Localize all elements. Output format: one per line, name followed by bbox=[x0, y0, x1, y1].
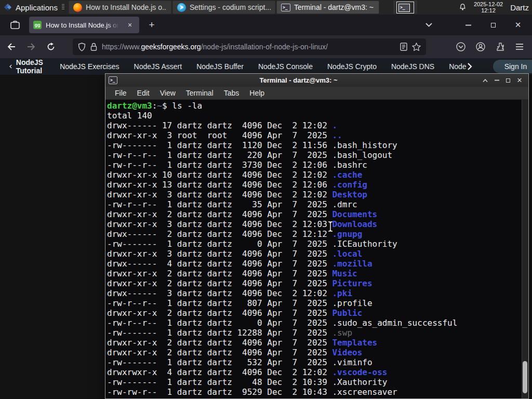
terminal-content[interactable]: dartz@vm3:~$ ls -latotal 140drwx------ 1… bbox=[105, 100, 528, 398]
terminal-output-line: drwx------ 3 dartz dartz 4096 Dec 2 12:0… bbox=[107, 288, 521, 298]
terminal-output-line: drwxr-xr-x 2 dartz dartz 4096 Apr 7 2025… bbox=[107, 348, 521, 357]
file-name: Documents bbox=[332, 209, 377, 219]
nav-back-item[interactable]: NodeJS Tutorial bbox=[9, 58, 45, 75]
terminal-output-line: drwxr-xr-x 3 dartz dartz 4096 Apr 7 2025… bbox=[107, 249, 521, 259]
bookmark-star-icon[interactable] bbox=[412, 43, 421, 51]
terminal-output-line: drwx------ 17 dartz dartz 4096 Dec 2 12:… bbox=[107, 121, 521, 130]
browser-tab[interactable]: gg How to Install Node.js on × bbox=[29, 17, 139, 33]
file-name: .Xauthority bbox=[332, 377, 387, 387]
file-name: .mozilla bbox=[332, 259, 372, 269]
clock-time: 12:12 bbox=[474, 7, 503, 14]
new-tab-button[interactable]: + bbox=[144, 18, 159, 32]
terminal-scrollbar[interactable] bbox=[522, 100, 528, 398]
window-button-label: Terminal - dartz@vm3: ~ bbox=[294, 3, 374, 11]
nav-item-2[interactable]: NodeJS Assert bbox=[134, 62, 182, 71]
terminal-shade-button[interactable] bbox=[480, 75, 491, 86]
url-text[interactable]: https://www.geeksforgeeks.org/node-js/in… bbox=[102, 43, 395, 51]
nav-item-5[interactable]: NodeJS Crypto bbox=[327, 62, 377, 71]
browser-close-button[interactable]: ✕ bbox=[512, 19, 524, 31]
terminal-output-line: drwxr-xr-x 13 dartz dartz 4096 Dec 2 12:… bbox=[107, 180, 521, 190]
terminal-menu-tabs[interactable]: Tabs bbox=[219, 88, 245, 98]
terminal-minimize-button[interactable] bbox=[491, 75, 502, 86]
terminal-output-line: drwxr-xr-x 2 dartz dartz 4096 Apr 7 2025… bbox=[107, 209, 521, 219]
terminal-scrollbar-thumb[interactable] bbox=[523, 361, 527, 393]
url-bar[interactable]: https://www.geeksforgeeks.org/node-js/in… bbox=[73, 38, 426, 55]
file-name: .gnupg bbox=[332, 229, 362, 239]
notification-bell-icon[interactable] bbox=[459, 3, 467, 11]
reload-button[interactable] bbox=[43, 38, 59, 55]
terminal-output-line: drwxr-xr-x 3 dartz dartz 4096 Dec 2 12:0… bbox=[107, 219, 521, 229]
terminal-prompt-line: dartz@vm3:~$ ls -la bbox=[107, 101, 521, 111]
terminal-maximize-button[interactable] bbox=[502, 75, 514, 86]
window-button-label: How to Install Node.js o... bbox=[86, 3, 167, 11]
terminal-output-line: -rw------- 1 dartz dartz 48 Dec 2 10:39 … bbox=[107, 377, 521, 387]
terminal-output-line: -rw-r--r-- 1 dartz dartz 220 Apr 7 2025 … bbox=[107, 150, 521, 160]
firefox-icon bbox=[73, 3, 82, 12]
site-nav-items: NodeJS ExercisesNodeJS AssertNodeJS Buff… bbox=[45, 62, 434, 71]
applications-menu-button[interactable]: Applications bbox=[0, 0, 68, 15]
toolbar-right-icons bbox=[456, 42, 532, 51]
tray-terminal-icon[interactable]: >_ bbox=[393, 1, 417, 14]
terminal-output-line: -rw------- 1 dartz dartz 0 Apr 7 2025 .I… bbox=[107, 239, 521, 249]
terminal-close-button[interactable]: ✕ bbox=[514, 75, 525, 86]
terminal-tray-frame-icon: >_ bbox=[396, 2, 414, 14]
terminal-output-line: drwxr-xr-x 2 dartz dartz 4096 Apr 7 2025… bbox=[107, 269, 521, 278]
nav-item-6[interactable]: NodeJS DNS bbox=[391, 62, 434, 71]
terminal-menu-help[interactable]: Help bbox=[244, 88, 270, 98]
chevron-right-icon bbox=[468, 63, 472, 70]
firefox-view-icon[interactable] bbox=[7, 17, 23, 33]
nav-item-4[interactable]: NodeJS Console bbox=[258, 62, 313, 71]
file-name: Videos bbox=[332, 348, 362, 357]
file-name: Pictures bbox=[332, 278, 372, 288]
terminal-menu-file[interactable]: File bbox=[110, 88, 132, 98]
list-tabs-chevron-icon[interactable] bbox=[423, 19, 434, 31]
terminal-output-line: -rw-r--r-- 1 dartz dartz 0 Apr 7 2025 .s… bbox=[107, 318, 521, 328]
reader-mode-icon[interactable] bbox=[400, 43, 407, 51]
hamburger-menu-icon[interactable] bbox=[515, 43, 524, 50]
nav-cut-label: Node bbox=[449, 62, 466, 71]
back-button[interactable] bbox=[3, 38, 20, 55]
window-button-codium[interactable]: Settings - codium script... bbox=[172, 1, 275, 14]
terminal-window: >_ Terminal - dartz@vm3: ~ ✕ FileEditVie… bbox=[105, 73, 529, 399]
tab-close-icon[interactable]: × bbox=[125, 20, 135, 30]
file-name: .sudo_as_admin_successful bbox=[332, 318, 457, 328]
tabbar-right-controls: ✕ bbox=[423, 19, 532, 31]
terminal-output-line: drwxr-xr-x 3 root root 4096 Apr 7 2025 .… bbox=[107, 130, 521, 140]
nav-item-3[interactable]: NodeJS Buffer bbox=[196, 62, 244, 71]
browser-minimize-button[interactable] bbox=[462, 19, 474, 31]
file-name: .config bbox=[332, 180, 367, 190]
nav-item-cut[interactable]: Node bbox=[449, 62, 472, 71]
terminal-output-line: drwxrwxr-x 4 dartz dartz 4096 Dec 2 12:0… bbox=[107, 367, 521, 377]
panel-window-buttons: How to Install Node.js o...Settings - co… bbox=[68, 1, 379, 14]
terminal-titlebar[interactable]: >_ Terminal - dartz@vm3: ~ ✕ bbox=[105, 74, 528, 87]
terminal-menu-terminal[interactable]: Terminal bbox=[181, 88, 219, 98]
extensions-puzzle-icon[interactable] bbox=[496, 42, 505, 51]
terminal-menu-edit[interactable]: Edit bbox=[132, 88, 155, 98]
window-button-firefox[interactable]: How to Install Node.js o... bbox=[69, 1, 171, 14]
nav-item-1[interactable]: NodeJS Exercises bbox=[60, 62, 119, 71]
pocket-icon[interactable] bbox=[456, 42, 466, 51]
terminal-output-line: drwxr-xr-x 2 dartz dartz 4096 Apr 7 2025… bbox=[107, 278, 521, 288]
prompt-colon: : bbox=[152, 101, 157, 111]
window-button-terminal[interactable]: >_Terminal - dartz@vm3: ~ bbox=[276, 1, 379, 14]
window-button-label: Settings - codium script... bbox=[190, 3, 271, 11]
file-name: .vscode-oss bbox=[332, 367, 387, 377]
panel-clock[interactable]: 2025-12-02 12:12 bbox=[474, 1, 503, 14]
panel-user-label[interactable]: Dartz bbox=[510, 3, 530, 12]
panel-right-area: 2025-12-02 12:12 Dartz bbox=[459, 1, 532, 14]
url-path: /node-js/installation-of-node-js-on-linu… bbox=[201, 43, 328, 51]
account-icon[interactable] bbox=[476, 42, 485, 51]
file-name: .. bbox=[332, 130, 342, 140]
file-name: Desktop bbox=[332, 190, 367, 200]
lock-icon[interactable] bbox=[90, 43, 97, 51]
terminal-menu-view[interactable]: View bbox=[155, 88, 181, 98]
terminal-output-line: drwx------ 2 dartz dartz 4096 Dec 2 12:1… bbox=[107, 229, 521, 239]
applications-menu-label: Applications bbox=[16, 3, 58, 12]
forward-button[interactable] bbox=[23, 38, 39, 55]
terminal-menubar: FileEditViewTerminalTabsHelp bbox=[105, 87, 528, 100]
terminal-output-line: -rw------- 1 dartz dartz 1120 Dec 2 11:5… bbox=[107, 140, 521, 150]
browser-maximize-button[interactable] bbox=[487, 19, 499, 31]
terminal-window-icon: >_ bbox=[109, 76, 117, 84]
tracking-shield-icon[interactable] bbox=[78, 43, 86, 51]
sign-in-button[interactable]: Sign In bbox=[493, 60, 532, 73]
